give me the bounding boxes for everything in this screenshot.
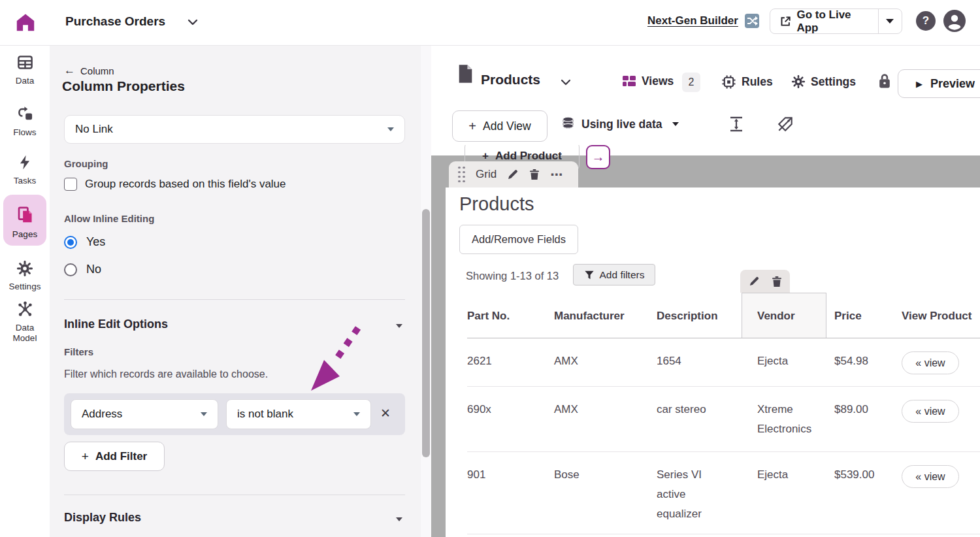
grid-chip-label: Grid — [476, 168, 497, 181]
next-gen-builder-link[interactable]: Next-Gen Builder — [647, 14, 738, 27]
more-options-icon[interactable]: ⋯ — [550, 167, 563, 182]
plus-icon: + — [468, 119, 476, 134]
tasks-bolt-icon — [16, 154, 33, 171]
go-to-live-app-split-button: Go to Live App — [770, 8, 902, 34]
column-header[interactable]: Price — [834, 310, 902, 323]
edit-pencil-icon[interactable] — [507, 169, 519, 180]
link-type-value: No Link — [75, 123, 113, 136]
view-record-button[interactable]: « view — [902, 351, 959, 374]
caret-down-icon — [672, 122, 679, 126]
inline-editing-yes-option[interactable]: Yes — [64, 235, 105, 249]
delete-trash-icon[interactable] — [529, 169, 540, 180]
cell-description: 1654 — [657, 338, 749, 386]
add-filter-button[interactable]: + Add Filter — [64, 442, 165, 471]
preview-button[interactable]: ▶ Preview — [898, 69, 980, 98]
cell-part: 2621 — [467, 338, 554, 386]
sidebar-item-settings[interactable]: Settings — [0, 260, 50, 292]
inline-editing-no-option[interactable]: No — [64, 263, 101, 276]
filters-help-text: Filter which records are available to ch… — [64, 368, 268, 380]
hide-labels-tag-icon[interactable] — [776, 115, 794, 133]
home-button[interactable] — [14, 10, 37, 37]
column-header[interactable]: Part No. — [467, 310, 554, 323]
table-row: 690x AMX car stereo Xtreme Electronics $… — [467, 386, 980, 451]
collapse-caret-icon[interactable] — [396, 517, 402, 521]
inline-edit-options-title: Inline Edit Options — [64, 317, 168, 331]
shuffle-icon — [745, 14, 759, 28]
sidebar-item-data-model[interactable]: Data Model — [0, 301, 50, 344]
lock-icon[interactable] — [878, 73, 891, 90]
back-label: Column — [80, 65, 114, 76]
app-name[interactable]: Purchase Orders — [65, 14, 165, 29]
filter-operator-select[interactable]: is not blank — [226, 399, 371, 429]
cell-price: $89.00 — [834, 387, 902, 451]
sidebar-item-tasks[interactable]: Tasks — [0, 154, 50, 186]
cell-manufacturer: AMX — [554, 387, 657, 451]
sidebar-item-label: Data — [0, 76, 50, 86]
settings-menu-item[interactable]: Settings — [791, 74, 856, 89]
grouping-checkbox-label: Group records based on this field's valu… — [85, 178, 286, 191]
column-header[interactable]: View Product — [902, 310, 980, 323]
remove-filter-button[interactable]: ✕ — [380, 406, 391, 421]
column-header-vendor[interactable]: Vendor — [749, 310, 834, 323]
external-link-icon — [779, 15, 791, 27]
chevron-down-icon[interactable] — [561, 78, 571, 86]
preview-backdrop-strip — [431, 155, 446, 537]
products-table: Part No. Manufacturer Description Vendor… — [467, 294, 980, 534]
cell-price: $539.00 — [834, 452, 902, 534]
drag-handle-icon[interactable] — [458, 167, 465, 183]
add-filters-button[interactable]: Add filters — [573, 264, 655, 285]
section-divider — [64, 495, 405, 495]
view-record-button[interactable]: « view — [902, 400, 959, 423]
preview-page: Products Add/Remove Fields Showing 1-13 … — [446, 187, 980, 537]
sidebar-item-label: Pages — [0, 229, 50, 240]
rules-menu-item[interactable]: Rules — [721, 74, 773, 90]
filter-operator-value: is not blank — [237, 408, 293, 421]
rules-chip-icon — [721, 74, 736, 90]
sidebar-item-data[interactable]: Data — [0, 54, 50, 86]
sidebar-item-pages[interactable]: Pages — [0, 205, 50, 240]
vertical-spacing-icon[interactable] — [728, 115, 744, 133]
link-type-select[interactable]: No Link — [64, 115, 405, 144]
views-menu-item[interactable]: Views — [622, 74, 674, 88]
gear-icon — [791, 74, 806, 89]
arrow-right-icon: → — [592, 150, 605, 165]
radio-selected-icon[interactable] — [64, 236, 77, 249]
view-title: Products — [459, 193, 534, 215]
grouping-label: Grouping — [64, 158, 108, 169]
caret-down-icon — [353, 412, 360, 416]
radio-unselected-icon[interactable] — [64, 263, 77, 276]
cell-manufacturer: AMX — [554, 338, 657, 386]
data-mode-dropdown[interactable]: Using live data — [562, 116, 679, 132]
sidebar-item-flows[interactable]: Flows — [0, 105, 50, 138]
add-view-button[interactable]: + Add View — [452, 110, 547, 142]
go-to-page-button[interactable]: → — [586, 145, 610, 169]
go-to-live-app-button[interactable]: Go to Live App — [770, 8, 878, 35]
panel-scrollbar[interactable] — [421, 46, 431, 537]
column-header[interactable]: Description — [657, 310, 749, 323]
sidebar-item-label: Flows — [0, 127, 50, 138]
back-to-column-link[interactable]: ← Column — [64, 64, 114, 77]
account-button[interactable] — [943, 10, 966, 32]
showing-records-text: Showing 1-13 of 13 — [466, 268, 559, 284]
collapse-caret-icon[interactable] — [396, 324, 402, 328]
delete-trash-icon[interactable] — [772, 276, 782, 287]
grouping-checkbox[interactable] — [64, 178, 77, 191]
filter-field-select[interactable]: Address — [71, 399, 218, 429]
table-header-row: Part No. Manufacturer Description Vendor… — [467, 294, 980, 338]
cell-vendor: Ejecta — [749, 452, 834, 534]
add-remove-fields-button[interactable]: Add/Remove Fields — [459, 225, 578, 254]
chevron-down-icon[interactable] — [187, 18, 199, 27]
column-actions-tab — [740, 270, 790, 293]
pages-icon — [16, 205, 35, 225]
flows-icon — [16, 105, 34, 123]
view-record-button[interactable]: « view — [902, 465, 959, 488]
caret-down-icon — [201, 412, 207, 416]
add-view-label: Add View — [483, 120, 531, 133]
column-header[interactable]: Manufacturer — [554, 310, 657, 323]
scrollbar-thumb[interactable] — [422, 209, 430, 457]
edit-pencil-icon[interactable] — [749, 276, 760, 287]
cell-price: $54.98 — [834, 338, 902, 386]
column-properties-panel: ← Column Column Properties No Link Group… — [50, 46, 431, 537]
help-button[interactable]: ? — [916, 11, 936, 31]
live-app-dropdown-button[interactable] — [879, 9, 902, 33]
